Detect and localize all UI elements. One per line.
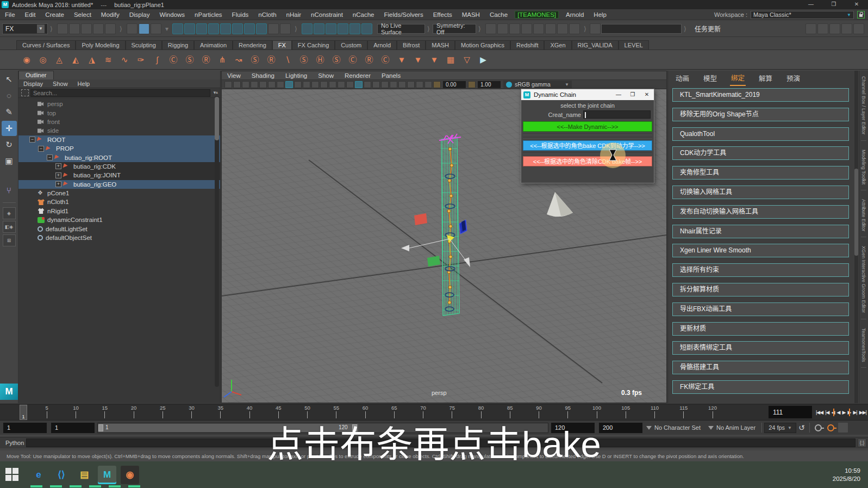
history-icon[interactable] bbox=[302, 23, 313, 34]
shelf-tab[interactable]: Rendering bbox=[233, 40, 272, 50]
animation-preferences-icon[interactable] bbox=[838, 422, 848, 433]
dialog-close-button[interactable]: ✕ bbox=[640, 89, 654, 100]
viewport-menu-item[interactable]: Renderer bbox=[339, 72, 376, 79]
timeline-ticks[interactable]: 5 10 15 20 25 30 35 40 45 50 bbox=[18, 404, 746, 421]
field-entry-icon[interactable] bbox=[590, 23, 601, 34]
viewport-toolbar-icon[interactable] bbox=[285, 81, 293, 88]
expand-toggle-icon[interactable] bbox=[29, 208, 35, 214]
viewport-toolbar-icon[interactable] bbox=[259, 81, 267, 88]
menu-item[interactable]: nHair bbox=[282, 11, 306, 18]
shelf-tool-icon[interactable]: ↝ bbox=[230, 52, 247, 68]
snap-icon[interactable] bbox=[256, 23, 267, 34]
sidebar-toggle-icon[interactable] bbox=[841, 23, 852, 34]
menu-item[interactable]: Cache bbox=[485, 11, 513, 18]
tool-button[interactable]: KTL_SmartKinematic_2019 bbox=[672, 88, 849, 102]
viewport-toolbar-icon[interactable] bbox=[424, 81, 432, 88]
snap-icon[interactable] bbox=[280, 23, 291, 34]
viewport-menu-item[interactable]: Show bbox=[313, 72, 339, 79]
menu-item[interactable]: Fluids bbox=[227, 11, 254, 18]
outliner-item[interactable]: defaultLightSet bbox=[18, 224, 220, 233]
character-set-dropdown[interactable]: No Character Set bbox=[642, 423, 704, 433]
outliner-item[interactable]: side bbox=[18, 126, 220, 135]
menu-item[interactable]: Create bbox=[40, 11, 69, 18]
shelf-tab[interactable]: Redshift bbox=[510, 40, 544, 50]
tool-button[interactable]: 导出FBX动画工具 bbox=[672, 302, 849, 316]
outliner-item[interactable]: defaultObjectSet bbox=[18, 233, 220, 242]
history-icon[interactable] bbox=[361, 23, 372, 34]
shelf-tool-icon[interactable]: ◉ bbox=[18, 52, 35, 68]
shelf-tool-icon[interactable]: Ⓢ bbox=[328, 52, 345, 68]
gamma-icon[interactable] bbox=[468, 81, 476, 88]
menu-set-selector[interactable]: FX▼ bbox=[2, 23, 48, 34]
shelf-tab[interactable]: Bifrost bbox=[397, 40, 426, 50]
outliner-item[interactable]: top bbox=[18, 108, 220, 117]
command-language-label[interactable]: Python bbox=[0, 440, 26, 446]
outliner-item[interactable]: butiao_rig:JOINT bbox=[18, 171, 220, 180]
shelf-tool-icon[interactable]: ▽ bbox=[459, 52, 475, 68]
tool-button[interactable]: 拆分解算材质 bbox=[672, 283, 849, 296]
outliner-item[interactable]: persp bbox=[18, 100, 220, 108]
snap-icon[interactable] bbox=[196, 23, 207, 34]
history-icon[interactable] bbox=[338, 23, 348, 34]
start-button[interactable] bbox=[5, 468, 20, 482]
viewport-menu-item[interactable]: View bbox=[222, 72, 246, 79]
viewport-menu-item[interactable]: Shading bbox=[246, 72, 280, 79]
shelf-tab[interactable]: Curves / Surfaces bbox=[16, 40, 76, 50]
menu-item[interactable]: Select bbox=[69, 11, 96, 18]
clear-cdk-bake-button[interactable]: <<--根据选中的角色清除CDK bake帧-->> bbox=[523, 156, 652, 166]
viewport-toolbar-icon[interactable] bbox=[398, 81, 406, 88]
viewport-toolbar-icon[interactable] bbox=[311, 81, 319, 88]
shelf-tool-icon[interactable]: Ⓡ bbox=[361, 52, 377, 68]
render-icon[interactable] bbox=[557, 23, 568, 34]
tool-icon[interactable]: ↖ bbox=[2, 72, 17, 87]
auto-keyframe-toggle-icon[interactable] bbox=[827, 424, 834, 431]
set-key-icon[interactable] bbox=[815, 424, 822, 431]
selection-mode-icon[interactable] bbox=[151, 23, 161, 34]
tool-category-tab[interactable]: 绑定 bbox=[730, 70, 746, 86]
shelf-tool-icon[interactable]: ▼ bbox=[426, 52, 442, 68]
shelf-tab[interactable]: FX bbox=[272, 40, 292, 50]
viewport-toolbar-icon[interactable] bbox=[233, 81, 241, 88]
snap-icon[interactable] bbox=[184, 23, 195, 34]
outliner-item[interactable]: butiao_rig:GEO bbox=[18, 180, 220, 189]
menu-item[interactable]: [TEAMONES] bbox=[515, 11, 559, 18]
shelf-tool-icon[interactable]: ∫ bbox=[149, 52, 165, 68]
sidebar-vertical-tab[interactable]: Attribute Editor bbox=[861, 198, 866, 238]
taskbar-clock[interactable]: 10:59 2025/8/20 bbox=[833, 467, 868, 483]
tool-icon[interactable]: ✛ bbox=[2, 121, 17, 136]
menu-item[interactable]: File bbox=[0, 11, 20, 18]
menu-item[interactable]: nCache bbox=[348, 11, 379, 18]
file-explorer-icon[interactable]: ▤ bbox=[75, 466, 93, 484]
shelf-tool-icon[interactable]: Ⓡ bbox=[198, 52, 214, 68]
shelf-tab[interactable]: RIG_VALIDA bbox=[572, 40, 619, 50]
shelf-tool-icon[interactable]: ◎ bbox=[35, 52, 51, 68]
outliner-menu-item[interactable]: Display bbox=[18, 81, 48, 87]
expand-toggle-icon[interactable] bbox=[29, 119, 35, 125]
shelf-tab[interactable]: XGen bbox=[544, 40, 571, 50]
animation-start-field[interactable]: 1 bbox=[51, 423, 95, 433]
exposure-field[interactable]: 0.00 bbox=[443, 81, 466, 88]
right-panel-scrollbar[interactable] bbox=[854, 71, 858, 403]
tool-button[interactable]: CDK动力学工具 bbox=[672, 146, 849, 160]
exposure-icon[interactable] bbox=[433, 81, 441, 88]
menu-item[interactable]: Arnold bbox=[561, 11, 589, 18]
shelf-tool-icon[interactable]: ∖ bbox=[279, 52, 296, 68]
viewport-toolbar-icon[interactable] bbox=[416, 81, 423, 88]
gamma-field[interactable]: 1.00 bbox=[478, 81, 501, 88]
shelf-tab[interactable]: MASH bbox=[426, 40, 455, 50]
single-pane-layout-button[interactable]: ◈ bbox=[3, 207, 16, 219]
viewport-toolbar-icon[interactable] bbox=[372, 81, 380, 88]
tool-icon[interactable]: ▣ bbox=[2, 153, 17, 169]
bake-cdk-button[interactable]: <<--根据选中的角色bake CDK到动力学-->> bbox=[523, 140, 652, 151]
sidebar-toggle-icon[interactable] bbox=[829, 23, 840, 34]
symmetry-field[interactable]: Symmetry: Off bbox=[433, 24, 476, 34]
tool-button[interactable]: 移除无用的Orig Shape节点 bbox=[672, 108, 849, 121]
tool-icon[interactable]: ↻ bbox=[2, 137, 17, 152]
shelf-tab[interactable]: Arnold bbox=[367, 40, 397, 50]
anim-layer-dropdown[interactable]: No Anim Layer bbox=[704, 423, 759, 433]
dialog-minimize-button[interactable]: — bbox=[611, 89, 626, 100]
render-icon[interactable] bbox=[521, 23, 532, 34]
status-icon[interactable] bbox=[57, 23, 68, 34]
task-update-label[interactable]: 任务更新 bbox=[695, 24, 721, 33]
viewport-toolbar-icon[interactable] bbox=[251, 81, 258, 88]
